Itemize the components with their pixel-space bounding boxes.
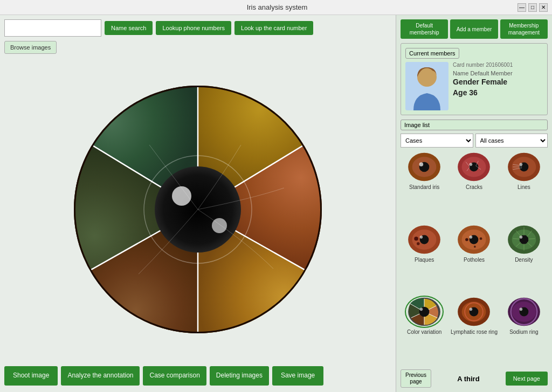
svg-point-36 (417, 242, 420, 245)
member-section: Current members Card numb (401, 43, 548, 115)
image-cell-potholes[interactable]: Potholes (450, 223, 498, 294)
image-cell-cracks[interactable]: Cracks (450, 151, 498, 221)
next-page-button[interactable]: Next page (506, 372, 548, 386)
membership-management-button[interactable]: Membership management (500, 19, 548, 39)
svg-point-12 (172, 186, 191, 206)
close-button[interactable]: ✕ (539, 3, 548, 12)
svg-point-23 (470, 163, 473, 166)
svg-point-42 (480, 237, 482, 240)
cases-filter[interactable]: Cases (401, 134, 473, 148)
pagination-row: Previouspage A third Next page (401, 369, 548, 388)
avatar (405, 62, 448, 110)
image-grid: Standard iris Cracks Lines (401, 151, 548, 366)
app-title: Iris analysis system (37, 3, 518, 11)
top-toolbar: Name search Lookup phone numbers Look up… (4, 19, 391, 37)
add-member-button[interactable]: Add a member (450, 19, 498, 39)
default-membership-button[interactable]: Default membership (401, 19, 448, 39)
image-thumb-cracks (454, 151, 493, 183)
image-caption-lymphatic-rose-ring: Lymphatic rose ring (451, 329, 498, 335)
deleting-images-button[interactable]: Deleting images (210, 366, 269, 386)
save-image-button[interactable]: Save image (272, 366, 323, 386)
svg-point-19 (419, 163, 423, 166)
image-caption-sodium-ring: Sodium ring (509, 329, 538, 335)
title-bar: Iris analysis system — □ ✕ (0, 0, 552, 15)
lookup-phone-button[interactable]: Lookup phone numbers (156, 21, 231, 35)
image-thumb-lines (505, 151, 543, 183)
member-age: Age 36 (453, 88, 543, 97)
image-caption-color-variation: Color variation (407, 329, 441, 335)
card-number: Card number 201606001 (453, 62, 543, 68)
svg-point-73 (519, 308, 522, 311)
bottom-toolbar: Shoot image Analyze the annotation Case … (4, 362, 391, 388)
image-cell-sodium-ring[interactable]: Sodium ring (500, 296, 548, 366)
image-thumb-plaques (405, 223, 444, 256)
svg-point-34 (420, 235, 423, 239)
image-cell-lymphatic-rose-ring[interactable]: Lymphatic rose ring (450, 296, 498, 366)
name-search-button[interactable]: Name search (105, 21, 153, 35)
image-cell-standard-iris[interactable]: Standard iris (401, 151, 448, 221)
right-panel: Default membership Add a member Membersh… (396, 15, 552, 392)
page-indicator: A third (434, 375, 502, 383)
all-cases-filter[interactable]: All cases (475, 134, 548, 148)
minimize-button[interactable]: — (518, 3, 526, 12)
image-thumb-standard-iris (405, 151, 444, 183)
member-details: Card number 201606001 Name Default Membe… (453, 62, 543, 110)
member-gender: Gender Female (453, 78, 543, 86)
image-caption-cracks: Cracks (466, 184, 482, 190)
image-thumb-sodium-ring (505, 296, 543, 328)
shoot-image-button[interactable]: Shoot image (4, 366, 58, 386)
svg-point-35 (414, 236, 418, 240)
image-thumb-lymphatic-rose-ring (454, 296, 493, 328)
svg-point-41 (466, 238, 469, 241)
image-caption-lines: Lines (518, 184, 530, 190)
image-thumb-color-variation (405, 296, 444, 328)
left-panel: Name search Lookup phone numbers Look up… (0, 15, 396, 392)
right-top-buttons: Default membership Add a member Membersh… (401, 19, 548, 39)
svg-point-43 (474, 246, 476, 248)
avatar-image (405, 62, 448, 110)
member-name: Name Default Member (453, 70, 543, 76)
iris-display-area (4, 57, 391, 362)
member-info: Card number 201606001 Name Default Membe… (405, 62, 543, 110)
image-caption-potholes: Potholes (464, 257, 485, 263)
iris-image (68, 80, 327, 339)
filter-row: Cases All cases (401, 134, 548, 148)
iris-container (68, 80, 327, 339)
case-comparison-button[interactable]: Case comparison (143, 366, 206, 386)
main-layout: Name search Lookup phone numbers Look up… (0, 15, 552, 392)
image-thumb-density (505, 223, 543, 256)
search-input[interactable] (4, 19, 101, 37)
image-cell-plaques[interactable]: Plaques (401, 223, 448, 294)
svg-point-68 (470, 308, 473, 311)
window-controls[interactable]: — □ ✕ (518, 3, 548, 12)
browse-images-button[interactable]: Browse images (4, 41, 57, 54)
image-cell-lines[interactable]: Lines (500, 151, 548, 221)
image-thumb-potholes (454, 223, 493, 256)
svg-point-64 (420, 308, 423, 311)
analyze-annotation-button[interactable]: Analyze the annotation (61, 366, 140, 386)
image-list-label: Image list (401, 120, 548, 130)
lookup-card-button[interactable]: Look up the card number (234, 21, 313, 35)
maximize-button[interactable]: □ (528, 3, 537, 12)
svg-point-47 (519, 235, 522, 239)
image-caption-standard-iris: Standard iris (409, 184, 439, 190)
image-cell-color-variation[interactable]: Color variation (401, 296, 448, 366)
previous-page-button[interactable]: Previouspage (401, 369, 431, 388)
current-members-label: Current members (405, 48, 459, 59)
image-cell-density[interactable]: Density (500, 223, 548, 294)
image-caption-density: Density (515, 257, 533, 263)
svg-point-40 (470, 235, 473, 239)
image-caption-plaques: Plaques (415, 257, 434, 263)
